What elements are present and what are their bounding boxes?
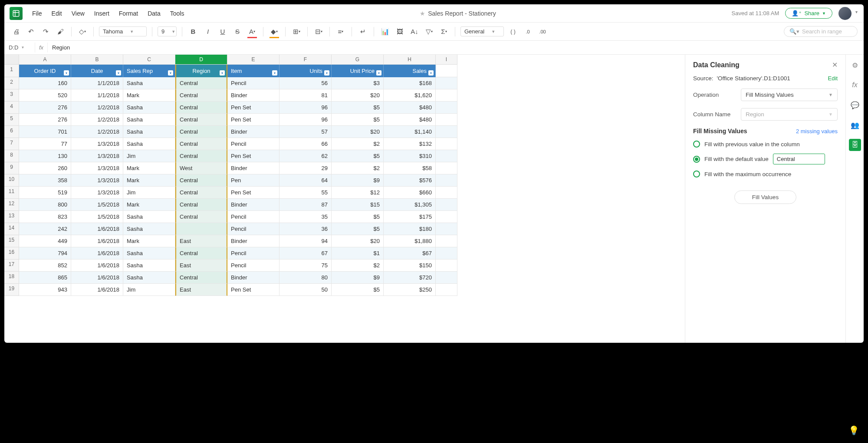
column-select[interactable]: Region▼ <box>741 108 838 121</box>
cell-unitprice[interactable]: $3 <box>332 77 384 89</box>
redo-icon[interactable]: ↷ <box>40 26 51 37</box>
cell-orderid[interactable]: 276 <box>19 114 71 126</box>
cell-units[interactable]: 75 <box>279 259 332 272</box>
cell-sales[interactable]: $58 <box>384 162 436 174</box>
cell-units[interactable]: 50 <box>279 284 332 296</box>
menu-tools[interactable]: Tools <box>170 10 184 17</box>
cell[interactable] <box>436 89 457 102</box>
cell-units[interactable]: 36 <box>279 223 332 235</box>
cell-unitprice[interactable]: $2 <box>332 259 384 272</box>
cell-units[interactable]: 55 <box>279 187 332 199</box>
rail-comment-icon[interactable]: 💬 <box>849 99 861 111</box>
cell-region[interactable]: Central <box>175 272 227 284</box>
col-head-H[interactable]: H <box>384 55 436 65</box>
cell-unitprice[interactable]: $20 <box>332 126 384 138</box>
cell-units[interactable]: 64 <box>279 174 332 187</box>
cell-salesrep[interactable]: Mark <box>123 174 175 187</box>
filter-icon[interactable]: ▾ <box>116 70 121 75</box>
cell-item[interactable]: Pencil <box>227 77 279 89</box>
cell-unitprice[interactable]: $5 <box>332 114 384 126</box>
wrap-button[interactable]: ↵ <box>357 26 368 37</box>
cell-units[interactable]: 57 <box>279 126 332 138</box>
operation-select[interactable]: Fill Missing Values▼ <box>741 89 838 101</box>
row-head[interactable]: 17 <box>4 259 19 272</box>
paint-format-icon[interactable]: 🖌 <box>55 26 66 37</box>
cell-date[interactable]: 1/3/2018 <box>71 150 123 162</box>
header-date[interactable]: Date▾ <box>71 65 123 77</box>
align-button[interactable]: ≡▾ <box>335 26 346 37</box>
decimal-dec-button[interactable]: .00 <box>537 26 548 37</box>
cell[interactable] <box>436 150 457 162</box>
cell-sales[interactable]: $660 <box>384 187 436 199</box>
close-icon[interactable]: ✕ <box>832 61 838 69</box>
cell[interactable] <box>436 102 457 114</box>
row-head[interactable]: 19 <box>4 284 19 296</box>
cell-units[interactable]: 94 <box>279 235 332 247</box>
menu-edit[interactable]: Edit <box>52 10 62 17</box>
cell-unitprice[interactable]: $5 <box>332 102 384 114</box>
cell-item[interactable]: Pen Set <box>227 102 279 114</box>
row-head[interactable]: 12 <box>4 199 19 211</box>
col-head-E[interactable]: E <box>227 55 279 65</box>
chart-button[interactable]: 📊 <box>379 26 391 37</box>
cell-orderid[interactable]: 358 <box>19 174 71 187</box>
cell-unitprice[interactable]: $5 <box>332 284 384 296</box>
cell-unitprice[interactable]: $5 <box>332 211 384 223</box>
cell-date[interactable]: 1/2/2018 <box>71 126 123 138</box>
star-icon[interactable]: ★ <box>420 10 425 17</box>
cell-sales[interactable]: $67 <box>384 247 436 259</box>
filter-icon[interactable]: ▾ <box>272 70 277 75</box>
parentheses-button[interactable]: ( ) <box>507 26 519 37</box>
filter-icon[interactable]: ▾ <box>220 70 225 75</box>
cell-units[interactable]: 62 <box>279 150 332 162</box>
cell[interactable] <box>436 114 457 126</box>
filter-icon[interactable]: ▾ <box>428 70 434 75</box>
row-head[interactable]: 8 <box>4 150 19 162</box>
cell-region[interactable]: Central <box>175 114 227 126</box>
cell-date[interactable]: 1/5/2018 <box>71 199 123 211</box>
cell-region[interactable] <box>175 223 227 235</box>
col-head-F[interactable]: F <box>279 55 332 65</box>
filter-icon[interactable]: ▾ <box>168 70 173 75</box>
cell-orderid[interactable]: 276 <box>19 102 71 114</box>
rail-collaborate-icon[interactable]: 👥 <box>849 119 861 131</box>
cell[interactable] <box>436 187 457 199</box>
cell-item[interactable]: Binder <box>227 89 279 102</box>
cell-item[interactable]: Binder <box>227 235 279 247</box>
cell-item[interactable]: Binder <box>227 272 279 284</box>
cell-date[interactable]: 1/3/2018 <box>71 174 123 187</box>
cell-date[interactable]: 1/6/2018 <box>71 247 123 259</box>
cell-units[interactable]: 96 <box>279 114 332 126</box>
col-head-D[interactable]: D <box>175 55 227 65</box>
cell-sales[interactable]: $1,305 <box>384 199 436 211</box>
filter-icon[interactable]: ▾ <box>64 70 69 75</box>
spreadsheet[interactable]: ABCDEFGHI1Order ID▾Date▾Sales Rep▾Region… <box>4 55 685 343</box>
cell-unitprice[interactable]: $1 <box>332 247 384 259</box>
cell-orderid[interactable]: 852 <box>19 259 71 272</box>
print-icon[interactable]: 🖨 <box>10 26 22 37</box>
cell-region[interactable]: Central <box>175 211 227 223</box>
cell-salesrep[interactable]: Mark <box>123 89 175 102</box>
cell-sales[interactable]: $576 <box>384 174 436 187</box>
col-head-B[interactable]: B <box>71 55 123 65</box>
cell-orderid[interactable]: 865 <box>19 272 71 284</box>
number-format-select[interactable]: General▼ <box>460 26 504 36</box>
header-region[interactable]: Region▾ <box>175 65 227 77</box>
row-head[interactable]: 15 <box>4 235 19 247</box>
cell[interactable] <box>436 138 457 150</box>
cell-unitprice[interactable]: $20 <box>332 235 384 247</box>
text-color-button[interactable]: A▾ <box>247 26 258 37</box>
share-button[interactable]: 👤⁺ Share ▼ <box>785 8 832 19</box>
menu-format[interactable]: Format <box>119 10 138 17</box>
cell-units[interactable]: 87 <box>279 199 332 211</box>
cell-salesrep[interactable]: Mark <box>123 235 175 247</box>
cell[interactable] <box>436 235 457 247</box>
cell[interactable] <box>436 284 457 296</box>
cell-salesrep[interactable]: Sasha <box>123 211 175 223</box>
cell-salesrep[interactable]: Mark <box>123 199 175 211</box>
cell[interactable] <box>436 65 457 77</box>
cell-region[interactable]: East <box>175 259 227 272</box>
cell-item[interactable]: Pen <box>227 174 279 187</box>
borders-button[interactable]: ⊞▾ <box>291 26 302 37</box>
filter-icon[interactable]: ▾ <box>324 70 329 75</box>
